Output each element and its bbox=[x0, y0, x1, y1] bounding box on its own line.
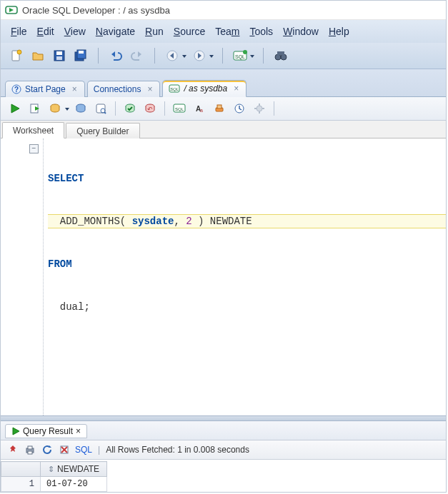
svg-rect-6 bbox=[56, 56, 62, 60]
save-button[interactable] bbox=[51, 47, 68, 64]
svg-line-33 bbox=[104, 112, 106, 114]
print-icon[interactable] bbox=[24, 443, 36, 456]
to-uppercase-button[interactable]: Aa bbox=[191, 100, 208, 117]
table-row[interactable]: 1 01-07-20 bbox=[1, 477, 107, 492]
svg-text:SQL: SQL bbox=[175, 107, 184, 111]
toolbar-separator bbox=[274, 101, 274, 116]
open-button[interactable] bbox=[29, 47, 46, 64]
row-number-header[interactable] bbox=[1, 462, 41, 477]
editor-tabstrip: ? Start Page × Connections × SQL / as sy… bbox=[1, 69, 446, 97]
sql-link[interactable]: SQL bbox=[75, 445, 92, 455]
sql-button[interactable]: SQL bbox=[232, 47, 249, 64]
subtab-query-builder[interactable]: Query Builder bbox=[66, 123, 139, 138]
menu-file[interactable]: File bbox=[11, 26, 27, 37]
tab-label: / as sysdba bbox=[184, 84, 227, 94]
undo-button[interactable] bbox=[107, 47, 124, 64]
toolbar-separator bbox=[222, 48, 223, 64]
svg-text:↶: ↶ bbox=[147, 106, 153, 113]
sql-history-button[interactable] bbox=[231, 100, 248, 117]
close-icon[interactable]: × bbox=[76, 426, 81, 436]
tab-query-result[interactable]: Query Result × bbox=[5, 424, 87, 438]
chevron-down-icon[interactable] bbox=[182, 55, 186, 58]
run-script-button[interactable] bbox=[26, 100, 44, 117]
sql-tuning-button[interactable] bbox=[92, 100, 109, 117]
close-icon[interactable]: × bbox=[147, 84, 152, 94]
sql-editor[interactable]: − SELECT ADD_MONTHS( sysdate, 2 ) NEWDAT… bbox=[1, 138, 446, 415]
tab-active-connection[interactable]: SQL / as sysdba × bbox=[162, 80, 247, 97]
toolbar-separator bbox=[263, 48, 264, 64]
settings-button[interactable] bbox=[251, 100, 268, 117]
tab-label: Connections bbox=[94, 84, 141, 94]
cell-newdate: 01-07-20 bbox=[41, 477, 107, 492]
nav-back-button[interactable] bbox=[164, 47, 181, 64]
menu-edit[interactable]: Edit bbox=[37, 26, 54, 37]
sort-icon[interactable]: ⇕ bbox=[48, 465, 54, 474]
pin-icon[interactable] bbox=[6, 443, 19, 456]
subtab-worksheet[interactable]: Worksheet bbox=[2, 122, 64, 138]
result-grid[interactable]: ⇕NEWDATE 1 01-07-20 bbox=[1, 461, 107, 492]
menu-source[interactable]: Source bbox=[174, 26, 205, 37]
menu-window[interactable]: Window bbox=[283, 26, 319, 37]
save-all-button[interactable] bbox=[72, 47, 89, 64]
nav-forward-button[interactable] bbox=[191, 47, 208, 64]
svg-rect-42 bbox=[217, 105, 221, 109]
worksheet-subtabs: Worksheet Query Builder bbox=[1, 121, 446, 138]
redo-button[interactable] bbox=[129, 47, 146, 64]
run-statement-button[interactable] bbox=[6, 100, 24, 117]
new-button[interactable] bbox=[8, 47, 25, 64]
row-number-cell: 1 bbox=[1, 477, 41, 492]
delete-result-icon[interactable] bbox=[58, 443, 71, 456]
chevron-down-icon[interactable] bbox=[209, 55, 214, 58]
svg-rect-21 bbox=[277, 51, 284, 55]
svg-marker-10 bbox=[111, 51, 115, 57]
toolbar-separator bbox=[164, 101, 165, 116]
svg-point-3 bbox=[17, 50, 21, 54]
sql-keyword: FROM bbox=[48, 258, 72, 270]
menu-help[interactable]: Help bbox=[329, 26, 349, 37]
svg-rect-9 bbox=[79, 51, 84, 54]
clear-button[interactable] bbox=[211, 100, 228, 117]
commit-button[interactable] bbox=[121, 100, 139, 117]
code-area[interactable]: SELECT ADD_MONTHS( sysdate, 2 ) NEWDATE … bbox=[44, 138, 446, 415]
titlebar: Oracle SQL Developer : / as sysdba bbox=[1, 1, 446, 20]
worksheet-toolbar: ↶ SQL Aa bbox=[1, 97, 446, 121]
rollback-button[interactable]: ↶ bbox=[141, 100, 159, 117]
main-toolbar: SQL bbox=[1, 43, 446, 69]
fold-toggle-icon[interactable]: − bbox=[29, 144, 39, 153]
tab-connections[interactable]: Connections × bbox=[87, 81, 161, 97]
column-header[interactable]: ⇕NEWDATE bbox=[41, 462, 107, 477]
svg-marker-11 bbox=[138, 51, 141, 57]
svg-rect-52 bbox=[28, 451, 32, 454]
menu-team[interactable]: Team bbox=[215, 26, 239, 37]
tab-start-page[interactable]: ? Start Page × bbox=[5, 81, 85, 97]
menu-navigate[interactable]: Navigate bbox=[96, 26, 135, 37]
svg-text:?: ? bbox=[14, 86, 19, 94]
result-grid-container: ⇕NEWDATE 1 01-07-20 bbox=[1, 460, 446, 492]
chevron-down-icon[interactable] bbox=[250, 55, 254, 58]
refresh-icon[interactable] bbox=[41, 443, 54, 456]
menu-view[interactable]: View bbox=[64, 26, 86, 37]
sql-worksheet-icon: SQL bbox=[169, 84, 180, 94]
binoculars-icon[interactable] bbox=[272, 47, 289, 64]
menu-tools[interactable]: Tools bbox=[249, 26, 273, 37]
help-icon: ? bbox=[11, 84, 21, 94]
close-icon[interactable]: × bbox=[72, 84, 77, 94]
tab-label: Start Page bbox=[25, 84, 66, 94]
result-toolbar: SQL | All Rows Fetched: 1 in 0.008 secon… bbox=[1, 440, 446, 460]
result-tabbar: Query Result × bbox=[1, 421, 446, 440]
unshared-sql-worksheet-button[interactable]: SQL bbox=[171, 100, 188, 117]
tab-label: Query Result bbox=[23, 426, 73, 436]
window-title: Oracle SQL Developer : / as sysdba bbox=[22, 5, 170, 16]
autotrace-button[interactable] bbox=[72, 100, 89, 117]
chevron-down-icon[interactable] bbox=[65, 108, 69, 111]
close-icon[interactable]: × bbox=[234, 84, 239, 94]
sql-keyword: SELECT bbox=[48, 173, 84, 184]
explain-plan-button[interactable] bbox=[46, 100, 64, 117]
fetch-status: All Rows Fetched: 1 in 0.008 seconds bbox=[106, 445, 249, 455]
toolbar-separator bbox=[98, 48, 99, 64]
svg-rect-51 bbox=[28, 446, 32, 449]
run-icon bbox=[11, 427, 20, 435]
menu-run[interactable]: Run bbox=[145, 26, 164, 37]
horizontal-splitter[interactable] bbox=[1, 415, 446, 421]
svg-marker-26 bbox=[11, 104, 19, 113]
